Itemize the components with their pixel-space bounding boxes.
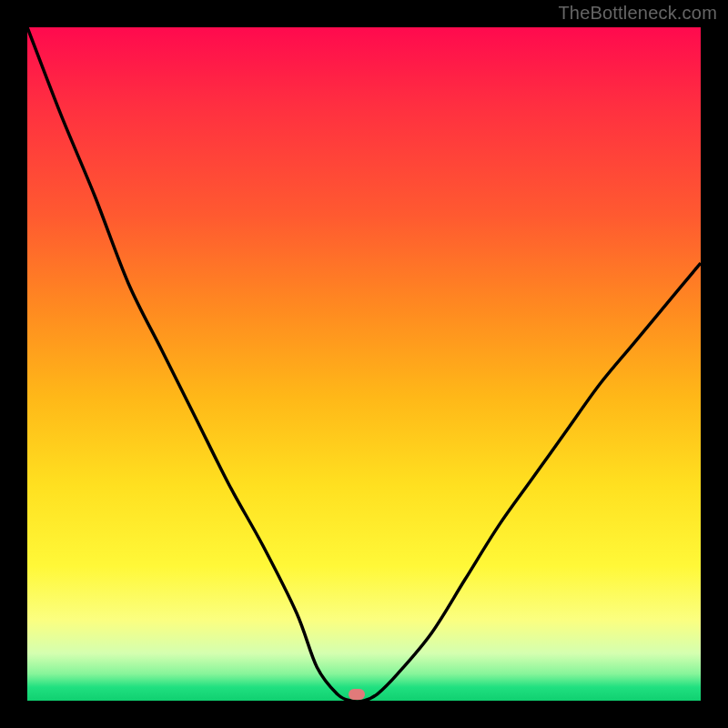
- optimal-point-marker: [349, 689, 365, 700]
- watermark-text: TheBottleneck.com: [558, 3, 717, 24]
- curve-path: [27, 27, 701, 701]
- plot-area: [27, 27, 701, 701]
- bottleneck-curve: [27, 27, 701, 701]
- chart-frame: TheBottleneck.com: [0, 0, 728, 728]
